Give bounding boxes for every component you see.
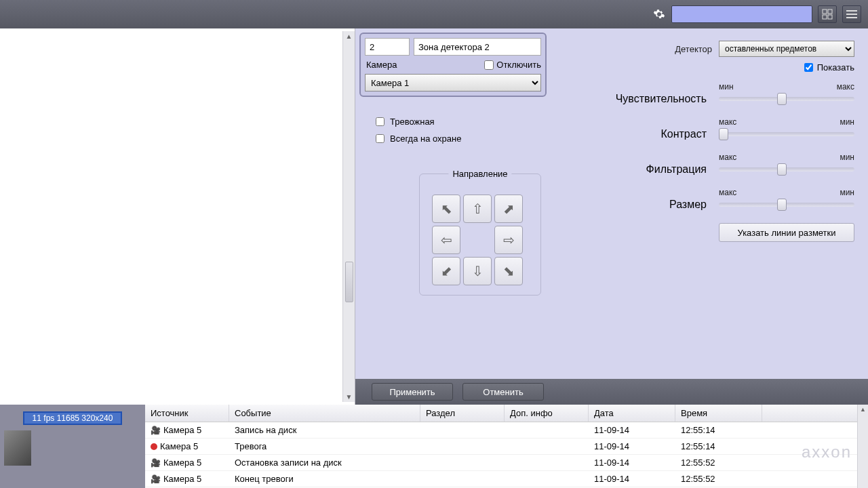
max-label: макс (719, 117, 736, 127)
min-label: мин (840, 152, 854, 162)
zone-id-input[interactable] (365, 38, 410, 56)
topbar (0, 0, 868, 28)
th-addinfo[interactable]: Доп. инфо (505, 405, 589, 422)
checks-area: Тревожная Всегда на охране (376, 117, 461, 150)
th-time[interactable]: Время (675, 405, 762, 422)
alarm-label: Тревожная (390, 117, 435, 127)
left-panel: ▲ ▼ (0, 28, 355, 405)
alarm-icon (151, 443, 157, 450)
max-label: макс (719, 152, 736, 162)
right-panel: Камера Отключить Камера 1 Тревожная Всег… (355, 28, 868, 405)
gear-icon[interactable] (652, 7, 666, 21)
fps-badge: 11 fps 11685 320x240 (23, 411, 122, 425)
max-label: макс (837, 82, 854, 92)
th-source[interactable]: Источник (145, 405, 229, 422)
dir-se-button[interactable]: ⬊ (494, 257, 523, 285)
size-label: Размер (669, 199, 707, 211)
table-row[interactable]: 🎥Камера 5Конец тревоги11-09-1412:55:52 (145, 471, 868, 487)
sensitivity-label: Чувствительность (616, 93, 707, 105)
svg-rect-1 (828, 9, 832, 14)
search-input[interactable] (671, 5, 812, 23)
slider-thumb[interactable] (777, 199, 787, 211)
main-area: ▲ ▼ Камера Отключить Камера 1 Тревожная … (0, 28, 868, 405)
dir-nw-button[interactable]: ⬉ (432, 195, 460, 223)
min-label: мин (840, 117, 854, 127)
show-label: Показать (817, 62, 854, 73)
always-armed-checkbox[interactable]: Всегда на охране (376, 134, 461, 144)
sensitivity-slider[interactable] (719, 97, 854, 101)
camera-thumbnail[interactable] (4, 430, 31, 466)
dir-sw-button[interactable]: ⬋ (432, 257, 460, 285)
cancel-button[interactable]: Отменить (462, 383, 544, 401)
dir-s-button[interactable]: ⇩ (463, 257, 492, 285)
direction-title: Направление (448, 169, 511, 179)
scroll-down-icon[interactable]: ▼ (344, 392, 354, 402)
svg-rect-3 (828, 15, 832, 19)
contrast-label: Контраст (660, 128, 707, 140)
markup-button[interactable]: Указать линии разметки (719, 223, 854, 242)
disable-checkbox[interactable]: Отключить (484, 60, 541, 70)
th-date[interactable]: Дата (589, 405, 675, 422)
svg-rect-4 (846, 10, 857, 12)
detector-panel: Детектор оставленных предметов Показать … (556, 41, 854, 242)
camera-label: Камера (365, 60, 397, 70)
size-slider[interactable] (719, 203, 854, 207)
slider-thumb[interactable] (719, 128, 728, 140)
direction-box: Направление ⬉ ⇧ ⬈ ⇦ ⇨ ⬋ ⇩ ⬊ (419, 174, 541, 296)
table-row[interactable]: Камера 5Тревога11-09-1412:55:14 (145, 439, 868, 455)
scroll-up-icon[interactable]: ▲ (858, 405, 868, 414)
detector-label: Детектор (675, 44, 712, 54)
action-bar: Применить Отменить (355, 379, 868, 405)
always-armed-label: Всегда на охране (390, 134, 461, 144)
event-table: Источник Событие Раздел Доп. инфо Дата В… (145, 405, 868, 488)
camera-icon: 🎥 (151, 458, 161, 468)
svg-rect-2 (823, 15, 827, 19)
apply-button[interactable]: Применить (372, 383, 453, 401)
logo: axxon (802, 443, 852, 462)
table-header: Источник Событие Раздел Доп. инфо Дата В… (145, 405, 868, 422)
th-section[interactable]: Раздел (420, 405, 505, 422)
dir-n-button[interactable]: ⇧ (463, 195, 492, 223)
contrast-slider[interactable] (719, 132, 854, 136)
alarm-checkbox[interactable]: Тревожная (376, 117, 461, 127)
menu-icon[interactable] (842, 5, 861, 23)
th-event[interactable]: Событие (229, 405, 420, 422)
camera-select[interactable]: Камера 1 (365, 74, 541, 92)
table-row[interactable]: 🎥Камера 5Остановка записи на диск11-09-1… (145, 455, 868, 471)
grid-view-icon[interactable] (818, 5, 837, 23)
min-label: мин (719, 82, 734, 92)
slider-thumb[interactable] (777, 93, 787, 105)
detector-select[interactable]: оставленных предметов (719, 41, 854, 57)
dir-ne-button[interactable]: ⬈ (494, 195, 523, 223)
zone-box: Камера Отключить Камера 1 (359, 33, 547, 97)
scroll-up-icon[interactable]: ▲ (344, 31, 354, 41)
dir-e-button[interactable]: ⇨ (494, 226, 523, 254)
slider-thumb[interactable] (777, 163, 787, 176)
filtering-slider[interactable] (719, 167, 854, 171)
camera-icon: 🎥 (151, 474, 161, 484)
min-label: мин (840, 188, 854, 197)
zone-name-input[interactable] (414, 38, 541, 56)
scroll-thumb[interactable] (345, 262, 353, 302)
max-label: макс (719, 188, 736, 197)
left-scrollbar[interactable]: ▲ ▼ (342, 31, 355, 402)
bottom-area: 11 fps 11685 320x240 Источник Событие Ра… (0, 405, 868, 488)
dir-w-button[interactable]: ⇦ (432, 226, 460, 254)
svg-rect-5 (846, 14, 857, 15)
filtering-label: Фильтрация (646, 163, 707, 176)
thumbnail-area: 11 fps 11685 320x240 (0, 405, 145, 488)
show-checkbox[interactable] (804, 63, 813, 72)
disable-label: Отключить (496, 60, 541, 70)
svg-rect-6 (846, 17, 857, 18)
table-scrollbar[interactable]: ▲ (857, 405, 868, 488)
svg-rect-0 (823, 9, 827, 14)
table-row[interactable]: 🎥Камера 5Запись на диск11-09-1412:55:14 (145, 422, 868, 439)
camera-icon: 🎥 (151, 426, 161, 435)
